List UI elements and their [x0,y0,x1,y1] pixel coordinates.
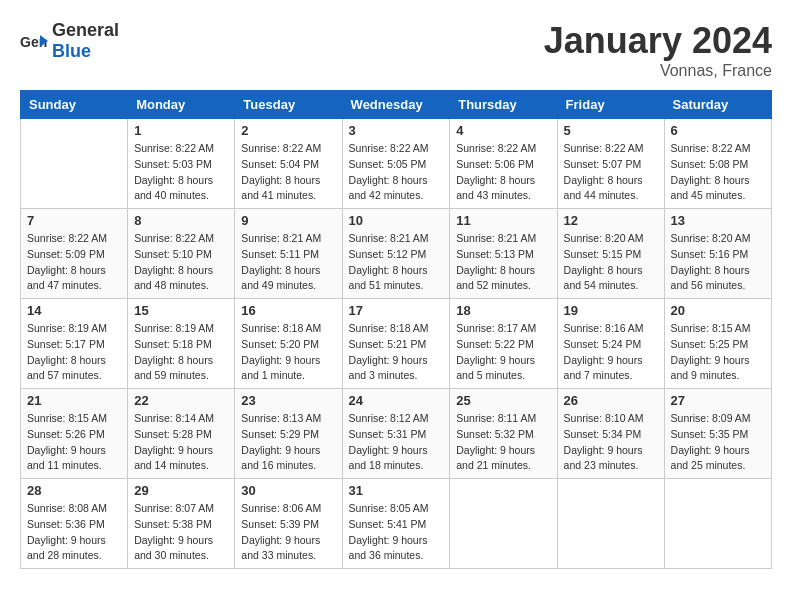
sunset-text: Sunset: 5:26 PM [27,428,105,440]
day-number: 27 [671,393,765,408]
day-info: Sunrise: 8:22 AM Sunset: 5:10 PM Dayligh… [134,231,228,294]
daylight-text: Daylight: 8 hours and 43 minutes. [456,174,535,202]
day-info: Sunrise: 8:19 AM Sunset: 5:17 PM Dayligh… [27,321,121,384]
table-row: 2 Sunrise: 8:22 AM Sunset: 5:04 PM Dayli… [235,119,342,209]
sunset-text: Sunset: 5:36 PM [27,518,105,530]
table-row: 19 Sunrise: 8:16 AM Sunset: 5:24 PM Dayl… [557,299,664,389]
daylight-text: Daylight: 8 hours and 59 minutes. [134,354,213,382]
table-row: 28 Sunrise: 8:08 AM Sunset: 5:36 PM Dayl… [21,479,128,569]
sunrise-text: Sunrise: 8:20 AM [564,232,644,244]
daylight-text: Daylight: 8 hours and 51 minutes. [349,264,428,292]
table-row: 27 Sunrise: 8:09 AM Sunset: 5:35 PM Dayl… [664,389,771,479]
table-row: 4 Sunrise: 8:22 AM Sunset: 5:06 PM Dayli… [450,119,557,209]
sunrise-text: Sunrise: 8:15 AM [27,412,107,424]
daylight-text: Daylight: 9 hours and 18 minutes. [349,444,428,472]
daylight-text: Daylight: 9 hours and 9 minutes. [671,354,750,382]
title-area: January 2024 Vonnas, France [544,20,772,80]
table-row: 31 Sunrise: 8:05 AM Sunset: 5:41 PM Dayl… [342,479,450,569]
day-number: 23 [241,393,335,408]
sunset-text: Sunset: 5:20 PM [241,338,319,350]
daylight-text: Daylight: 9 hours and 3 minutes. [349,354,428,382]
day-number: 11 [456,213,550,228]
sunrise-text: Sunrise: 8:08 AM [27,502,107,514]
daylight-text: Daylight: 9 hours and 7 minutes. [564,354,643,382]
sunset-text: Sunset: 5:15 PM [564,248,642,260]
table-row: 16 Sunrise: 8:18 AM Sunset: 5:20 PM Dayl… [235,299,342,389]
day-info: Sunrise: 8:21 AM Sunset: 5:11 PM Dayligh… [241,231,335,294]
col-friday: Friday [557,91,664,119]
sunrise-text: Sunrise: 8:15 AM [671,322,751,334]
day-number: 8 [134,213,228,228]
table-row: 17 Sunrise: 8:18 AM Sunset: 5:21 PM Dayl… [342,299,450,389]
table-row: 29 Sunrise: 8:07 AM Sunset: 5:38 PM Dayl… [128,479,235,569]
table-row: 5 Sunrise: 8:22 AM Sunset: 5:07 PM Dayli… [557,119,664,209]
sunset-text: Sunset: 5:28 PM [134,428,212,440]
daylight-text: Daylight: 9 hours and 36 minutes. [349,534,428,562]
day-info: Sunrise: 8:22 AM Sunset: 5:09 PM Dayligh… [27,231,121,294]
sunset-text: Sunset: 5:05 PM [349,158,427,170]
day-number: 5 [564,123,658,138]
table-row: 15 Sunrise: 8:19 AM Sunset: 5:18 PM Dayl… [128,299,235,389]
daylight-text: Daylight: 9 hours and 16 minutes. [241,444,320,472]
logo: Gen General Blue [20,20,119,62]
daylight-text: Daylight: 8 hours and 49 minutes. [241,264,320,292]
day-info: Sunrise: 8:05 AM Sunset: 5:41 PM Dayligh… [349,501,444,564]
sunrise-text: Sunrise: 8:22 AM [456,142,536,154]
sunrise-text: Sunrise: 8:05 AM [349,502,429,514]
day-info: Sunrise: 8:18 AM Sunset: 5:20 PM Dayligh… [241,321,335,384]
col-sunday: Sunday [21,91,128,119]
table-row: 24 Sunrise: 8:12 AM Sunset: 5:31 PM Dayl… [342,389,450,479]
day-number: 13 [671,213,765,228]
sunrise-text: Sunrise: 8:22 AM [241,142,321,154]
daylight-text: Daylight: 9 hours and 23 minutes. [564,444,643,472]
sunset-text: Sunset: 5:29 PM [241,428,319,440]
day-info: Sunrise: 8:21 AM Sunset: 5:12 PM Dayligh… [349,231,444,294]
daylight-text: Daylight: 9 hours and 11 minutes. [27,444,106,472]
table-row [557,479,664,569]
day-number: 15 [134,303,228,318]
location-title: Vonnas, France [544,62,772,80]
daylight-text: Daylight: 9 hours and 33 minutes. [241,534,320,562]
daylight-text: Daylight: 8 hours and 57 minutes. [27,354,106,382]
logo-general: General [52,20,119,40]
sunrise-text: Sunrise: 8:18 AM [349,322,429,334]
daylight-text: Daylight: 9 hours and 21 minutes. [456,444,535,472]
day-info: Sunrise: 8:21 AM Sunset: 5:13 PM Dayligh… [456,231,550,294]
sunset-text: Sunset: 5:03 PM [134,158,212,170]
table-row [450,479,557,569]
sunrise-text: Sunrise: 8:22 AM [671,142,751,154]
day-info: Sunrise: 8:13 AM Sunset: 5:29 PM Dayligh… [241,411,335,474]
sunrise-text: Sunrise: 8:09 AM [671,412,751,424]
table-row: 11 Sunrise: 8:21 AM Sunset: 5:13 PM Dayl… [450,209,557,299]
table-row: 25 Sunrise: 8:11 AM Sunset: 5:32 PM Dayl… [450,389,557,479]
sunset-text: Sunset: 5:16 PM [671,248,749,260]
day-number: 20 [671,303,765,318]
sunrise-text: Sunrise: 8:14 AM [134,412,214,424]
sunrise-text: Sunrise: 8:19 AM [27,322,107,334]
calendar-week-row: 28 Sunrise: 8:08 AM Sunset: 5:36 PM Dayl… [21,479,772,569]
day-number: 28 [27,483,121,498]
day-number: 25 [456,393,550,408]
sunrise-text: Sunrise: 8:22 AM [27,232,107,244]
day-info: Sunrise: 8:15 AM Sunset: 5:26 PM Dayligh… [27,411,121,474]
table-row: 1 Sunrise: 8:22 AM Sunset: 5:03 PM Dayli… [128,119,235,209]
sunset-text: Sunset: 5:41 PM [349,518,427,530]
table-row: 12 Sunrise: 8:20 AM Sunset: 5:15 PM Dayl… [557,209,664,299]
day-number: 7 [27,213,121,228]
day-info: Sunrise: 8:08 AM Sunset: 5:36 PM Dayligh… [27,501,121,564]
day-number: 19 [564,303,658,318]
day-info: Sunrise: 8:18 AM Sunset: 5:21 PM Dayligh… [349,321,444,384]
day-number: 6 [671,123,765,138]
sunset-text: Sunset: 5:39 PM [241,518,319,530]
sunset-text: Sunset: 5:22 PM [456,338,534,350]
table-row [664,479,771,569]
day-info: Sunrise: 8:22 AM Sunset: 5:06 PM Dayligh… [456,141,550,204]
sunrise-text: Sunrise: 8:21 AM [241,232,321,244]
sunrise-text: Sunrise: 8:22 AM [134,142,214,154]
sunset-text: Sunset: 5:32 PM [456,428,534,440]
table-row: 6 Sunrise: 8:22 AM Sunset: 5:08 PM Dayli… [664,119,771,209]
sunrise-text: Sunrise: 8:07 AM [134,502,214,514]
sunset-text: Sunset: 5:21 PM [349,338,427,350]
sunrise-text: Sunrise: 8:21 AM [456,232,536,244]
day-info: Sunrise: 8:20 AM Sunset: 5:15 PM Dayligh… [564,231,658,294]
